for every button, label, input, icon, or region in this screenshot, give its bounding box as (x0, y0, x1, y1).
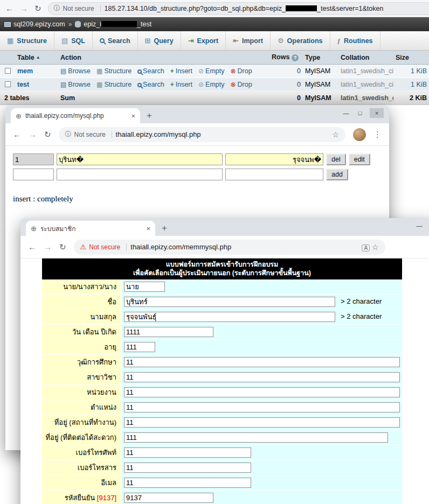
field-label: รหัสยืนยัน [9137] (42, 491, 121, 504)
warning-icon[interactable]: ⚠ (80, 243, 87, 251)
form-row: หน่วยงาน (42, 385, 402, 400)
pma-tab-import[interactable]: ⇤Import (226, 31, 271, 50)
pma-tab-search[interactable]: Search (93, 31, 138, 50)
profile-avatar[interactable] (353, 128, 366, 141)
pma-tab-operations[interactable]: ⚙Operations (271, 31, 330, 50)
member-window: ⊕ ระบบสมาชิก × + — ← → ↻ ⚠ Not secure th… (20, 218, 429, 504)
edit-button[interactable]: edit (349, 153, 370, 165)
new-record-row: add (13, 169, 389, 180)
row-checkbox[interactable] (5, 81, 11, 87)
translate-icon[interactable]: A (362, 244, 370, 251)
row-checkbox[interactable] (5, 68, 11, 74)
browser-tab[interactable]: ⊕ thaiall.epizy.com/mysql.php × (11, 108, 140, 123)
forward-icon[interactable]: → (44, 243, 52, 251)
record-name-field[interactable] (57, 153, 223, 165)
reload-icon[interactable]: ↻ (34, 4, 41, 12)
collation-sum: latin1_swedish_ci (338, 92, 393, 105)
action-browse-link[interactable]: ▤Browse (60, 81, 91, 88)
bookmark-star-icon[interactable]: A ☆ (351, 243, 378, 251)
pma-tab-sql[interactable]: ▤SQL (54, 31, 93, 50)
address-bar[interactable]: ⓘ Not secure thaiall.epizy.com/mysql.php… (59, 127, 345, 142)
reload-icon[interactable]: ↻ (44, 130, 51, 138)
action-insert-link[interactable]: +Insert (170, 67, 192, 75)
field-label: เบอร์โทรศัพท์ (42, 445, 121, 460)
table-name-link[interactable]: test (17, 81, 29, 88)
back-icon[interactable]: ← (13, 130, 21, 138)
phone-input[interactable] (124, 447, 251, 458)
firstname-input[interactable] (124, 297, 335, 307)
forward-icon[interactable]: → (29, 130, 37, 138)
delete-button[interactable]: del (326, 153, 346, 165)
lastname-input[interactable] (124, 312, 335, 322)
position-input[interactable] (124, 402, 400, 412)
collation-value[interactable]: latin1_swedish_ci (338, 65, 393, 78)
email-input[interactable] (124, 478, 251, 488)
confirm-code-input[interactable] (124, 493, 213, 503)
record-id-field[interactable] (13, 153, 54, 165)
education-input[interactable] (124, 357, 400, 367)
column-header-type[interactable]: Type (303, 51, 338, 65)
record-surname-field[interactable] (225, 153, 323, 165)
new-id-field[interactable] (13, 169, 54, 180)
action-drop-link[interactable]: ⊗Drop (230, 67, 252, 75)
title-input[interactable] (124, 282, 165, 292)
server-icon (4, 22, 11, 27)
organization-input[interactable] (124, 387, 400, 397)
breadcrumb-server-link[interactable]: sql209.epizy.com (4, 20, 65, 28)
table-name-link[interactable]: mem (17, 67, 33, 75)
column-header-size[interactable]: Size (393, 51, 429, 65)
add-button[interactable]: add (326, 169, 348, 180)
action-drop-link[interactable]: ⊗Drop (230, 81, 252, 88)
column-header-rows[interactable]: Rows? (269, 51, 303, 65)
pma-tab-structure[interactable]: ▦Structure (0, 31, 54, 50)
forward-icon[interactable]: → (20, 4, 28, 12)
info-icon[interactable]: ⓘ (65, 130, 72, 139)
new-surname-field[interactable] (225, 169, 323, 180)
column-header-table[interactable]: Table▲ (15, 51, 58, 65)
collation-value[interactable]: latin1_swedish_ci (338, 78, 393, 92)
birthdate-input[interactable] (124, 327, 213, 337)
reload-icon[interactable]: ↻ (59, 243, 66, 251)
address-bar[interactable]: ⓘ Not secure 185.27.134.10/db_structure.… (48, 2, 429, 15)
age-input[interactable] (124, 342, 155, 352)
field-label: นาย/นางสาว/นาง (42, 279, 121, 295)
fax-input[interactable] (124, 463, 251, 473)
breadcrumb-database-link[interactable]: epiz_i_test (75, 20, 151, 28)
back-icon[interactable]: ← (28, 243, 36, 251)
action-structure-link[interactable]: ▦Structure (96, 81, 132, 88)
pma-tab-routines[interactable]: ƒRoutines (330, 31, 380, 50)
minimize-button[interactable]: — (415, 221, 424, 230)
action-structure-link[interactable]: ▦Structure (96, 67, 132, 75)
help-icon[interactable]: ? (292, 54, 299, 61)
menu-kebab-icon[interactable]: ⋮ (373, 130, 382, 139)
maximize-button[interactable]: □ (356, 108, 364, 118)
column-header-collation[interactable]: Collation (338, 51, 393, 65)
tab-close-icon[interactable]: × (131, 112, 135, 120)
pma-tab-query[interactable]: ⊞Query (138, 31, 181, 50)
search-icon (137, 69, 142, 74)
new-name-field[interactable] (57, 169, 223, 180)
info-icon[interactable]: ⓘ (54, 4, 60, 13)
action-browse-link[interactable]: ▤Browse (60, 67, 91, 75)
action-search-link[interactable]: Search (137, 81, 164, 88)
bookmark-star-icon[interactable]: ☆ (327, 130, 339, 139)
action-search-link[interactable]: Search (137, 67, 164, 75)
major-input[interactable] (124, 372, 400, 382)
contact-address-input[interactable] (124, 432, 388, 443)
new-tab-button[interactable]: + (162, 223, 167, 233)
action-empty-link[interactable]: ⊘Empty (198, 81, 225, 88)
minimize-button[interactable]: — (342, 108, 350, 118)
action-empty-link[interactable]: ⊘Empty (198, 67, 225, 75)
close-button[interactable]: × (370, 108, 384, 118)
work-address-input[interactable] (124, 417, 400, 428)
back-icon[interactable]: ← (5, 4, 13, 12)
browser-tab[interactable]: ⊕ ระบบสมาชิก × (26, 221, 155, 236)
pma-tab-export[interactable]: ⇥Export (181, 31, 226, 50)
tab-close-icon[interactable]: × (146, 225, 150, 233)
insert-icon: + (170, 81, 174, 88)
address-bar[interactable]: ⚠ Not secure thaiall.epizy.com/memmysql.… (74, 240, 385, 255)
new-tab-button[interactable]: + (147, 111, 152, 120)
action-insert-link[interactable]: +Insert (170, 81, 192, 88)
form-row: เบอร์โทรศัพท์ (42, 445, 402, 460)
form-row-confirm: รหัสยืนยัน [9137] (42, 491, 402, 504)
